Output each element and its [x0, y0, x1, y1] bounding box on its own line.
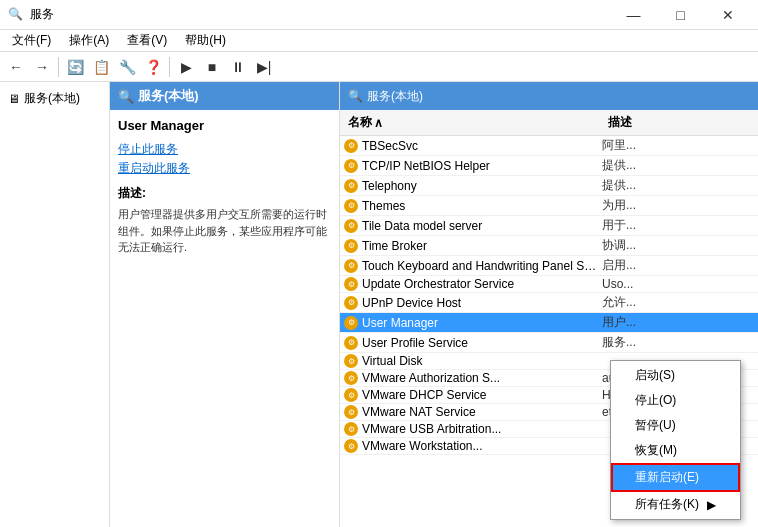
service-name: UPnP Device Host [362, 296, 602, 310]
help-button[interactable]: ❓ [141, 55, 165, 79]
service-title: User Manager [118, 118, 331, 133]
service-desc: 阿里... [602, 137, 758, 154]
table-row[interactable]: ⚙Telephony提供... [340, 176, 758, 196]
col-name-label: 名称 [348, 114, 372, 131]
service-icon: ⚙ [344, 139, 358, 153]
context-menu-item[interactable]: 重新启动(E) [611, 463, 740, 492]
service-desc: 为用... [602, 197, 758, 214]
window-controls: — □ ✕ [611, 0, 750, 30]
service-name: VMware Workstation... [362, 439, 602, 453]
service-icon: ⚙ [344, 159, 358, 173]
table-row[interactable]: ⚙Time Broker协调... [340, 236, 758, 256]
service-name: Virtual Disk [362, 354, 602, 368]
export-button[interactable]: 📋 [89, 55, 113, 79]
service-name: VMware DHCP Service [362, 388, 602, 402]
minimize-button[interactable]: — [611, 0, 656, 30]
desc-label: 描述: [118, 185, 331, 202]
table-row[interactable]: ⚙Update Orchestrator ServiceUso... [340, 276, 758, 293]
context-menu-item[interactable]: 停止(O) [611, 388, 740, 413]
service-name: VMware NAT Service [362, 405, 602, 419]
col-desc-header[interactable]: 描述 [600, 112, 758, 133]
service-name: Update Orchestrator Service [362, 277, 602, 291]
service-icon: ⚙ [344, 239, 358, 253]
service-icon: ⚙ [344, 405, 358, 419]
service-icon: ⚙ [344, 439, 358, 453]
submenu-arrow-icon: ▶ [707, 498, 716, 512]
service-desc: 服务... [602, 334, 758, 351]
service-desc: 协调... [602, 237, 758, 254]
step-button[interactable]: ▶| [252, 55, 276, 79]
service-name: TBSecSvc [362, 139, 602, 153]
maximize-button[interactable]: □ [658, 0, 703, 30]
col-name-header[interactable]: 名称 ∧ [340, 112, 600, 133]
service-actions: 停止此服务 重启动此服务 [118, 141, 331, 177]
context-menu-item[interactable]: 暂停(U) [611, 413, 740, 438]
table-row[interactable]: ⚙Tile Data model server用于... [340, 216, 758, 236]
play-button[interactable]: ▶ [174, 55, 198, 79]
menu-action[interactable]: 操作(A) [61, 30, 117, 51]
center-header: 🔍 服务(本地) [110, 82, 339, 110]
service-name: TCP/IP NetBIOS Helper [362, 159, 602, 173]
back-button[interactable]: ← [4, 55, 28, 79]
table-row[interactable]: ⚙TCP/IP NetBIOS Helper提供... [340, 156, 758, 176]
stop-service-link[interactable]: 停止此服务 [118, 141, 331, 158]
service-name: VMware Authorization S... [362, 371, 602, 385]
forward-button[interactable]: → [30, 55, 54, 79]
stop-button[interactable]: ■ [200, 55, 224, 79]
title-bar-title: 服务 [30, 6, 54, 23]
service-icon: ⚙ [344, 219, 358, 233]
service-name: Time Broker [362, 239, 602, 253]
menu-file[interactable]: 文件(F) [4, 30, 59, 51]
pause-button[interactable]: ⏸ [226, 55, 250, 79]
main-layout: 🖥 服务(本地) 🔍 服务(本地) User Manager 停止此服务 重启动… [0, 82, 758, 527]
service-desc: 提供... [602, 157, 758, 174]
table-row[interactable]: ⚙Themes为用... [340, 196, 758, 216]
computer-icon: 🖥 [8, 92, 20, 106]
context-menu-item[interactable]: 所有任务(K)▶ [611, 492, 740, 517]
table-row[interactable]: ⚙UPnP Device Host允许... [340, 293, 758, 313]
nav-item-local[interactable]: 🖥 服务(本地) [0, 86, 109, 111]
left-nav: 🖥 服务(本地) [0, 82, 110, 527]
service-name: VMware USB Arbitration... [362, 422, 602, 436]
properties-button[interactable]: 🔧 [115, 55, 139, 79]
toolbar-separator-1 [58, 57, 59, 77]
center-header-title: 服务(本地) [138, 87, 199, 105]
service-name: Tile Data model server [362, 219, 602, 233]
service-icon: ⚙ [344, 296, 358, 310]
service-list-header: 名称 ∧ 描述 [340, 110, 758, 136]
close-button[interactable]: ✕ [705, 0, 750, 30]
desc-text: 用户管理器提供多用户交互所需要的运行时组件。如果停止此服务，某些应用程序可能无法… [118, 206, 331, 256]
context-menu-item[interactable]: 启动(S) [611, 363, 740, 388]
service-icon: ⚙ [344, 199, 358, 213]
menu-bar: 文件(F) 操作(A) 查看(V) 帮助(H) [0, 30, 758, 52]
nav-label: 服务(本地) [24, 90, 80, 107]
table-row[interactable]: ⚙Touch Keyboard and Handwriting Panel Se… [340, 256, 758, 276]
service-icon: ⚙ [344, 277, 358, 291]
center-header-icon: 🔍 [118, 89, 134, 104]
service-desc: Uso... [602, 277, 758, 291]
toolbar: ← → 🔄 📋 🔧 ❓ ▶ ■ ⏸ ▶| [0, 52, 758, 82]
service-name: User Profile Service [362, 336, 602, 350]
right-header-icon: 🔍 [348, 89, 363, 103]
restart-service-link[interactable]: 重启动此服务 [118, 160, 331, 177]
context-menu-item[interactable]: 恢复(M) [611, 438, 740, 463]
service-icon: ⚙ [344, 316, 358, 330]
service-desc: 启用... [602, 257, 758, 274]
service-name: Touch Keyboard and Handwriting Panel Ser… [362, 259, 602, 273]
menu-view[interactable]: 查看(V) [119, 30, 175, 51]
service-desc: 用于... [602, 217, 758, 234]
center-content: User Manager 停止此服务 重启动此服务 描述: 用户管理器提供多用户… [110, 110, 339, 527]
refresh-button[interactable]: 🔄 [63, 55, 87, 79]
service-name: User Manager [362, 316, 602, 330]
service-icon: ⚙ [344, 354, 358, 368]
toolbar-separator-2 [169, 57, 170, 77]
right-header-title: 服务(本地) [367, 88, 423, 105]
center-panel: 🔍 服务(本地) User Manager 停止此服务 重启动此服务 描述: 用… [110, 82, 340, 527]
table-row[interactable]: ⚙User Profile Service服务... [340, 333, 758, 353]
menu-help[interactable]: 帮助(H) [177, 30, 234, 51]
service-icon: ⚙ [344, 259, 358, 273]
table-row[interactable]: ⚙User Manager用户... [340, 313, 758, 333]
table-row[interactable]: ⚙TBSecSvc阿里... [340, 136, 758, 156]
right-panel: 🔍 服务(本地) 名称 ∧ 描述 ⚙TBSecSvc阿里...⚙TCP/IP N… [340, 82, 758, 527]
app-icon: 🔍 [8, 7, 24, 23]
